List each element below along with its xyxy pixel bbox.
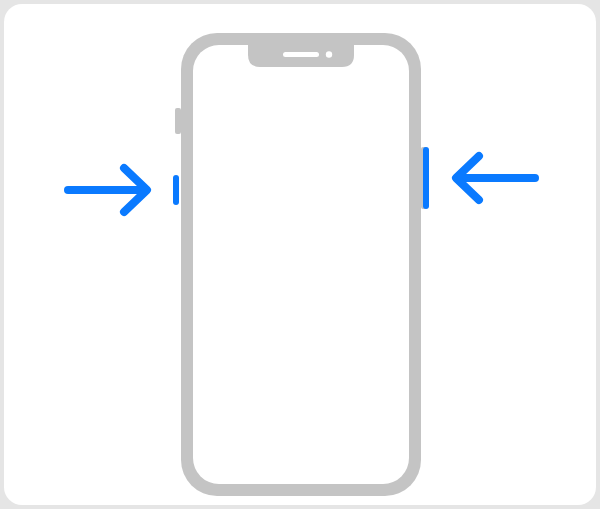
svg-rect-2 <box>193 45 409 484</box>
ringer-switch <box>175 108 181 134</box>
iphone-button-diagram: Volume button Side button <box>0 0 600 509</box>
iphone-device <box>173 33 429 496</box>
side-button-highlight <box>423 147 429 209</box>
volume-button-highlight <box>173 175 179 205</box>
speaker-icon <box>283 52 319 57</box>
front-camera-icon <box>326 51 332 57</box>
